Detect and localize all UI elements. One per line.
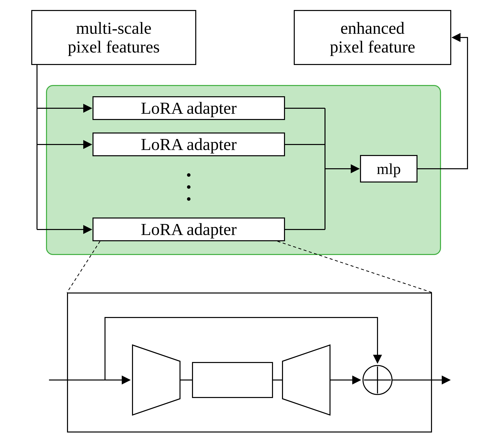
lora-adapter-label-3: LoRA adapter [141,220,236,239]
lora-adapter-box-3: LoRA adapter [92,218,285,241]
multi-scale-features-box: multi-scale pixel features [31,10,196,65]
lora-adapter-label-2: LoRA adapter [141,135,236,154]
multi-scale-features-label: multi-scale pixel features [68,19,160,56]
enhanced-feature-box: enhanced pixel feature [294,10,451,65]
lora-adapter-box-1: LoRA adapter [92,96,285,120]
lora-adapter-label-1: LoRA adapter [141,99,236,118]
mlp-box: mlp [360,155,418,182]
diagram-stage: multi-scale pixel features enhanced pixe… [0,0,480,448]
enhanced-feature-label: enhanced pixel feature [330,19,415,56]
mlp-label: mlp [377,160,401,177]
lora-adapter-box-2: LoRA adapter [92,132,285,156]
lora-detail-box [67,292,432,432]
